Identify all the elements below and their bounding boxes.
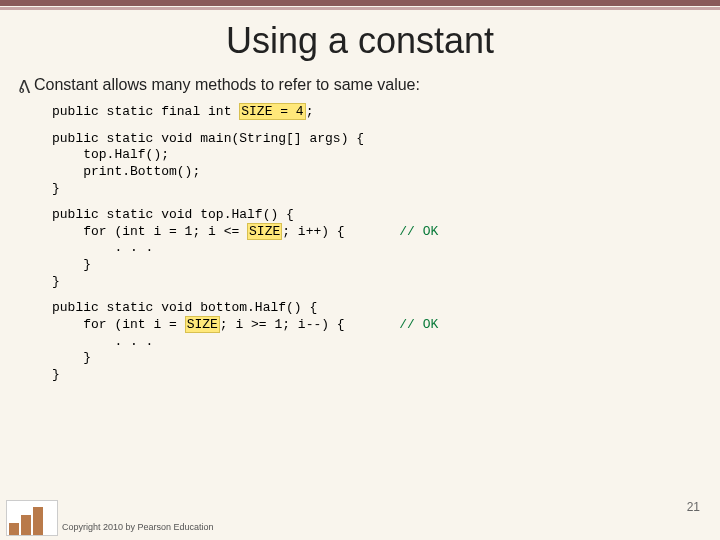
code-text: public static final int	[52, 104, 239, 119]
code-text: . . . } }	[52, 240, 153, 288]
thumb-bar	[9, 523, 19, 535]
code-text: ;	[306, 104, 314, 119]
code-highlight-size-1: SIZE	[247, 223, 282, 240]
code-comment-ok-1: // OK	[399, 224, 438, 239]
slide-title: Using a constant	[0, 20, 720, 62]
accent-bar-2	[0, 7, 720, 10]
code-tophalf: public static void top.Half() { for (int…	[52, 207, 720, 290]
thumb-bar	[33, 507, 43, 535]
bullet-icon: ᕕ	[18, 76, 30, 98]
page-number: 21	[687, 500, 700, 514]
code-text: ; i >= 1; i--) {	[220, 317, 399, 332]
slide: Using a constant ᕕ Constant allows many …	[0, 0, 720, 540]
bullet-row: ᕕ Constant allows many methods to refer …	[18, 74, 710, 98]
code-highlight-size-2: SIZE	[185, 316, 220, 333]
thumb-bar	[21, 515, 31, 535]
bullet-text: Constant allows many methods to refer to…	[34, 74, 420, 96]
code-text: ; i++) {	[282, 224, 399, 239]
code-comment-ok-2: // OK	[399, 317, 438, 332]
code-text: . . . } }	[52, 334, 153, 382]
accent-bar-1	[0, 0, 720, 6]
code-constant-decl: public static final int SIZE = 4;	[52, 104, 720, 121]
copyright-text: Copyright 2010 by Pearson Education	[62, 522, 214, 532]
code-highlight-decl: SIZE = 4	[239, 103, 305, 120]
code-main: public static void main(String[] args) {…	[52, 131, 720, 198]
footer-thumbnail	[6, 500, 58, 536]
code-bottomhalf: public static void bottom.Half() { for (…	[52, 300, 720, 383]
